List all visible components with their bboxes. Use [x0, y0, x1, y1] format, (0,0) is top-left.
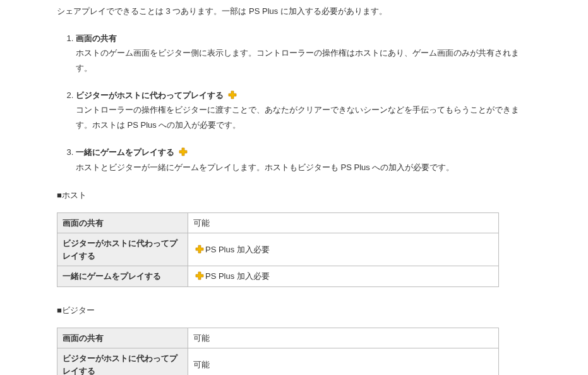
table-row: ビジターがホストに代わってプレイする PS Plus 加入必要: [57, 233, 499, 266]
ps-plus-icon: [195, 271, 204, 280]
table-value: PS Plus 加入必要: [188, 233, 499, 266]
table-value: 可能: [188, 328, 499, 348]
feature-item-1: 画面の共有 ホストのゲーム画面をビジター側に表示します。コントローラーの操作権は…: [76, 31, 531, 75]
table-value: 可能: [188, 348, 499, 375]
feature-item-2: ビジターがホストに代わってプレイする コントローラーの操作権をビジターに渡すこと…: [76, 88, 531, 132]
ps-plus-icon: [179, 147, 188, 156]
table-item: ビジターがホストに代わってプレイする: [57, 348, 188, 375]
table-item: 画面の共有: [57, 212, 188, 233]
ps-plus-icon: [195, 245, 204, 254]
feature-title: ビジターがホストに代わってプレイする: [76, 90, 224, 100]
table-item: ビジターがホストに代わってプレイする: [57, 233, 188, 266]
table-value: PS Plus 加入必要: [188, 266, 499, 287]
table-row: 画面の共有 可能: [57, 212, 499, 233]
feature-title: 画面の共有: [76, 34, 117, 43]
table-row: 一緒にゲームをプレイする PS Plus 加入必要: [57, 266, 499, 287]
intro-text: シェアプレイでできることは 3 つあります。一部は PS Plus に加入する必…: [57, 5, 531, 18]
feature-desc: ホストのゲーム画面をビジター側に表示します。コントローラーの操作権はホストにあり…: [76, 46, 531, 75]
host-section-label: ■ホスト: [57, 190, 531, 201]
feature-list: 画面の共有 ホストのゲーム画面をビジター側に表示します。コントローラーの操作権は…: [57, 31, 531, 175]
visitor-table: 画面の共有 可能 ビジターがホストに代わってプレイする 可能 一緒にゲームをプレ…: [57, 328, 499, 375]
table-item: 画面の共有: [57, 328, 188, 348]
table-value: 可能: [188, 212, 499, 233]
feature-item-3: 一緒にゲームをプレイする ホストとビジターが一緒にゲームをプレイします。ホストも…: [76, 145, 531, 175]
table-item: 一緒にゲームをプレイする: [57, 266, 188, 287]
feature-title: 一緒にゲームをプレイする: [76, 147, 174, 157]
feature-desc: ホストとビジターが一緒にゲームをプレイします。ホストもビジターも PS Plus…: [76, 160, 531, 175]
feature-desc: コントローラーの操作権をビジターに渡すことで、あなたがクリアーできないシーンなど…: [76, 102, 531, 132]
table-row: ビジターがホストに代わってプレイする 可能: [57, 348, 499, 375]
host-table: 画面の共有 可能 ビジターがホストに代わってプレイする PS Plus 加入必要…: [57, 212, 499, 287]
visitor-section-label: ■ビジター: [57, 305, 531, 316]
document-body: シェアプレイでできることは 3 つあります。一部は PS Plus に加入する必…: [0, 0, 588, 375]
table-row: 画面の共有 可能: [57, 328, 499, 348]
ps-plus-icon: [228, 90, 237, 99]
